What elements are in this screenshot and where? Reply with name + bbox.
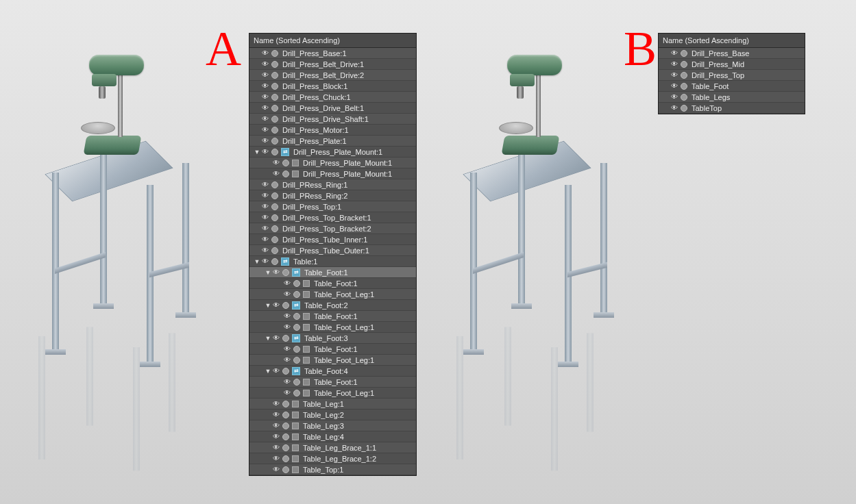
tree-row[interactable]: 👁Drill_Press_Top:1 (249, 201, 416, 212)
tree-row[interactable]: 👁Table_Foot (659, 81, 805, 92)
scenegraph-panel-b[interactable]: Name (Sorted Ascending) 👁Drill_Press_Bas… (658, 33, 805, 114)
tree-row[interactable]: 👁Table_Foot_Leg:1 (249, 388, 416, 399)
expand-icon[interactable]: ▼ (265, 302, 271, 309)
visibility-icon[interactable]: 👁 (670, 82, 679, 90)
visibility-icon[interactable]: 👁 (670, 71, 679, 79)
freeze-icon[interactable] (282, 433, 289, 440)
tree-row[interactable]: 👁Table_Foot:1 (249, 311, 416, 322)
tree-row[interactable]: 👁Table_Leg_Brace_1:2 (249, 453, 416, 464)
visibility-icon[interactable]: 👁 (260, 148, 270, 155)
tree-row[interactable]: 👁Drill_Press_Plate_Mount:1 (249, 168, 416, 179)
visibility-icon[interactable]: 👁 (271, 444, 281, 451)
freeze-icon[interactable] (271, 72, 278, 79)
tree-row[interactable]: 👁Drill_Press_Top_Bracket:2 (249, 223, 416, 234)
freeze-icon[interactable] (271, 247, 278, 254)
visibility-icon[interactable]: 👁 (260, 203, 270, 210)
visibility-icon[interactable]: 👁 (260, 137, 270, 144)
freeze-icon[interactable] (271, 50, 278, 57)
tree-row[interactable]: 👁Drill_Press_Tube_Inner:1 (249, 234, 416, 245)
freeze-icon[interactable] (271, 138, 278, 144)
visibility-icon[interactable]: 👁 (260, 225, 270, 232)
tree-row[interactable]: ▼👁⇄Table_Foot:3 (249, 333, 416, 344)
visibility-icon[interactable]: 👁 (260, 247, 270, 254)
tree-row[interactable]: 👁Drill_Press_Base (659, 48, 805, 59)
freeze-icon[interactable] (271, 181, 278, 188)
tree-row[interactable]: 👁Table_Foot_Leg:1 (249, 355, 416, 366)
visibility-icon[interactable]: 👁 (260, 214, 270, 221)
visibility-icon[interactable]: 👁 (670, 104, 679, 112)
freeze-icon[interactable] (681, 83, 687, 90)
visibility-icon[interactable]: 👁 (282, 323, 292, 331)
tree-row[interactable]: 👁Drill_Press_Block:1 (249, 81, 416, 92)
freeze-icon[interactable] (293, 291, 300, 298)
tree-row[interactable]: ▼👁⇄Table_Foot:2 (249, 300, 416, 311)
visibility-icon[interactable]: 👁 (260, 257, 270, 265)
visibility-icon[interactable]: 👁 (271, 422, 281, 429)
freeze-icon[interactable] (271, 127, 278, 134)
visibility-icon[interactable]: 👁 (260, 60, 270, 68)
tree-row[interactable]: 👁TableTop (659, 103, 805, 114)
freeze-icon[interactable] (271, 61, 278, 68)
expand-icon[interactable]: ▼ (254, 149, 260, 155)
tree-row[interactable]: 👁Table_Foot:1 (249, 278, 416, 289)
expand-icon[interactable]: ▼ (265, 368, 271, 375)
freeze-icon[interactable] (271, 225, 278, 232)
freeze-icon[interactable] (293, 313, 300, 320)
freeze-icon[interactable] (282, 466, 289, 473)
freeze-icon[interactable] (282, 335, 289, 342)
tree-row[interactable]: 👁Drill_Press_Tube_Outer:1 (249, 245, 416, 256)
visibility-icon[interactable]: 👁 (260, 93, 270, 101)
tree-row[interactable]: 👁Table_Foot_Leg:1 (249, 289, 416, 300)
freeze-icon[interactable] (271, 214, 278, 221)
freeze-icon[interactable] (293, 357, 300, 364)
visibility-icon[interactable]: 👁 (271, 466, 281, 473)
visibility-icon[interactable]: 👁 (282, 290, 292, 298)
tree-row[interactable]: 👁Table_Foot:1 (249, 344, 416, 355)
viewport-a[interactable] (14, 27, 247, 473)
freeze-icon[interactable] (282, 412, 289, 418)
visibility-icon[interactable]: 👁 (670, 60, 679, 68)
tree-row[interactable]: ▼👁⇄Table:1 (249, 256, 416, 267)
freeze-icon[interactable] (681, 94, 687, 101)
tree-row[interactable]: 👁Drill_Press_Belt_Drive:1 (249, 59, 416, 70)
tree-row[interactable]: 👁Drill_PRess_Ring:2 (249, 190, 416, 201)
visibility-icon[interactable]: 👁 (260, 104, 270, 112)
freeze-icon[interactable] (681, 61, 687, 68)
freeze-icon[interactable] (293, 346, 300, 353)
viewport-b[interactable] (432, 27, 665, 473)
freeze-icon[interactable] (271, 192, 278, 199)
tree-row[interactable]: 👁Drill_Press_Motor:1 (249, 125, 416, 136)
panel-a-header[interactable]: Name (Sorted Ascending) (249, 34, 416, 48)
tree-row[interactable]: 👁Drill_Press_Base:1 (249, 48, 416, 59)
visibility-icon[interactable]: 👁 (260, 71, 270, 79)
visibility-icon[interactable]: 👁 (271, 411, 281, 418)
expand-icon[interactable]: ▼ (265, 335, 271, 342)
tree-row[interactable]: 👁Drill_Press_Plate_Mount:1 (249, 158, 416, 168)
freeze-icon[interactable] (282, 401, 289, 407)
visibility-icon[interactable]: 👁 (271, 301, 281, 309)
visibility-icon[interactable]: 👁 (271, 170, 281, 177)
visibility-icon[interactable]: 👁 (282, 312, 292, 320)
visibility-icon[interactable]: 👁 (260, 115, 270, 123)
visibility-icon[interactable]: 👁 (271, 334, 281, 342)
tree-row[interactable]: 👁Table_Leg:4 (249, 431, 416, 442)
scenegraph-panel-a[interactable]: Name (Sorted Ascending) 👁Drill_Press_Bas… (249, 33, 417, 476)
freeze-icon[interactable] (271, 236, 278, 243)
freeze-icon[interactable] (293, 280, 300, 287)
visibility-icon[interactable]: 👁 (271, 159, 281, 166)
visibility-icon[interactable]: 👁 (282, 345, 292, 353)
visibility-icon[interactable]: 👁 (670, 49, 679, 57)
tree-row[interactable]: ▼👁⇄Drill_Press_Plate_Mount:1 (249, 147, 416, 158)
freeze-icon[interactable] (271, 258, 278, 265)
freeze-icon[interactable] (271, 149, 278, 155)
visibility-icon[interactable]: 👁 (260, 49, 270, 57)
freeze-icon[interactable] (293, 379, 300, 386)
tree-row[interactable]: 👁Drill_Press_Belt_Drive:2 (249, 70, 416, 81)
visibility-icon[interactable]: 👁 (282, 279, 292, 287)
freeze-icon[interactable] (681, 105, 687, 112)
tree-row[interactable]: 👁Table_Leg:2 (249, 410, 416, 420)
freeze-icon[interactable] (282, 269, 289, 276)
freeze-icon[interactable] (681, 50, 687, 57)
tree-row[interactable]: 👁Table_Foot:1 (249, 377, 416, 388)
tree-row[interactable]: 👁Drill_Press_Top (659, 70, 805, 81)
